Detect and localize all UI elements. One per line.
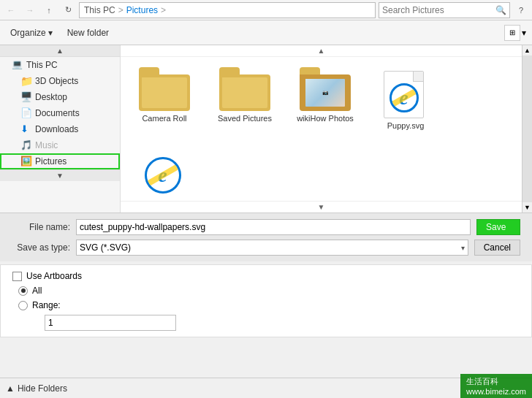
svg-file-icon-puppy: e xyxy=(384,67,428,118)
sidebar-item-music[interactable]: 🎵 Music xyxy=(0,137,120,153)
organize-label: Organize xyxy=(10,28,46,38)
savetype-value: SVG (*.SVG) xyxy=(80,242,131,253)
sidebar-item-desktop[interactable]: 🖥️ Desktop xyxy=(0,89,120,105)
filename-row: File name: Save xyxy=(12,219,520,235)
computer-icon: 💻 xyxy=(12,59,23,71)
sidebar-label-downloads: Downloads xyxy=(35,124,78,134)
all-radio-row: All xyxy=(18,286,520,296)
address-bar-row: ← → ↑ ↻ This PC > Pictures > 🔍 ? xyxy=(0,0,532,20)
file-item-camera-roll[interactable]: Camera Roll xyxy=(128,64,201,147)
search-icon: 🔍 xyxy=(495,5,506,15)
view-toggle-button[interactable]: ⊞ xyxy=(504,25,520,41)
address-path-pictures: Pictures xyxy=(126,5,158,15)
file-scroll-bottom[interactable]: ▼ xyxy=(121,201,522,213)
file-area: ▲ Camera Roll xyxy=(121,45,522,213)
options-section: Use Artboards All Range: xyxy=(0,264,532,337)
filename-label: File name: xyxy=(12,222,70,232)
address-path-pc: This PC xyxy=(84,5,115,15)
savetype-row: Save as type: SVG (*.SVG) ▾ Cancel xyxy=(12,240,520,256)
file-label-wikihow-photos: wikiHow Photos xyxy=(297,114,354,123)
documents-icon: 📄 xyxy=(20,107,32,119)
file-item-saved-pictures[interactable]: Saved Pictures xyxy=(208,64,281,147)
folder-icon: 📁 xyxy=(20,75,32,87)
file-partial-ie[interactable]: e xyxy=(128,157,201,201)
range-input[interactable] xyxy=(45,315,176,331)
scroll-down-arrow[interactable]: ▼ xyxy=(522,202,533,213)
folder-icon-wikihow: 📷 xyxy=(300,67,351,111)
nav-scroll-down[interactable]: ▼ xyxy=(0,169,120,181)
folder-icon-camera-roll xyxy=(139,67,190,111)
view-buttons: ⊞ ▾ xyxy=(504,25,526,41)
sidebar-item-thispc[interactable]: 💻 This PC xyxy=(0,57,120,73)
hide-folders-button[interactable]: ▲ Hide Folders xyxy=(6,383,67,394)
sidebar-label-3dobjects: 3D Objects xyxy=(35,76,78,86)
nav-panel: ▲ 💻 This PC 📁 3D Objects 🖥️ Desktop 📄 Do… xyxy=(0,45,121,213)
sidebar-label-documents: Documents xyxy=(35,108,80,118)
all-radio[interactable] xyxy=(18,286,28,296)
sidebar-label-thispc: This PC xyxy=(26,60,58,70)
forward-button[interactable]: → xyxy=(22,2,38,18)
scroll-track[interactable] xyxy=(522,56,532,202)
use-artboards-row: Use Artboards xyxy=(12,271,520,281)
cancel-button[interactable]: Cancel xyxy=(474,240,520,256)
range-radio[interactable] xyxy=(18,301,28,310)
search-input[interactable] xyxy=(382,5,495,15)
music-icon: 🎵 xyxy=(20,139,32,151)
range-radio-row: Range: xyxy=(18,300,520,310)
up-button[interactable]: ↑ xyxy=(41,2,57,18)
watermark-line2: www.bimeiz.com xyxy=(466,387,526,396)
sidebar-label-pictures: Pictures xyxy=(35,156,66,167)
all-radio-dot xyxy=(21,288,26,293)
ie-logo-icon: e xyxy=(390,83,419,112)
hide-folders-label: Hide Folders xyxy=(18,383,67,394)
bottom-bar: ▲ Hide Folders xyxy=(0,378,532,398)
search-bar[interactable]: 🔍 xyxy=(379,2,510,18)
sidebar-item-pictures[interactable]: 🖼️ Pictures xyxy=(0,153,120,169)
help-button[interactable]: ? xyxy=(513,2,529,18)
savetype-dropdown-arrow: ▾ xyxy=(461,244,465,252)
sidebar-item-documents[interactable]: 📄 Documents xyxy=(0,105,120,121)
folder-icon-saved-pictures xyxy=(219,67,270,111)
new-folder-button[interactable]: New folder xyxy=(63,26,113,40)
address-bar[interactable]: This PC > Pictures > xyxy=(79,2,376,18)
sidebar-label-desktop: Desktop xyxy=(35,92,67,102)
file-item-puppy-svg[interactable]: e Puppy.svg xyxy=(369,64,442,147)
main-content: ▲ 💻 This PC 📁 3D Objects 🖥️ Desktop 📄 Do… xyxy=(0,45,532,213)
files-row2: e xyxy=(121,157,522,201)
file-item-wikihow-photos[interactable]: 📷 wikiHow Photos xyxy=(289,64,362,147)
downloads-icon: ⬇ xyxy=(20,123,32,135)
desktop-icon: 🖥️ xyxy=(20,91,32,103)
pictures-icon: 🖼️ xyxy=(20,156,32,167)
savetype-select[interactable]: SVG (*.SVG) ▾ xyxy=(76,240,468,256)
use-artboards-label: Use Artboards xyxy=(26,271,82,281)
watermark-line1: 生活百科 xyxy=(466,376,526,387)
hide-arrow-icon: ▲ xyxy=(6,383,15,394)
savetype-label: Save as type: xyxy=(12,242,70,253)
organize-button[interactable]: Organize ▾ xyxy=(6,26,57,40)
new-folder-label: New folder xyxy=(67,28,109,38)
sidebar-item-3dobjects[interactable]: 📁 3D Objects xyxy=(0,73,120,89)
file-label-saved-pictures: Saved Pictures xyxy=(218,114,272,123)
all-label: All xyxy=(32,286,42,296)
file-scroll-top[interactable]: ▲ xyxy=(121,45,522,57)
nav-scroll-up[interactable]: ▲ xyxy=(0,45,120,57)
files-grid: Camera Roll Saved Pictures xyxy=(121,57,522,154)
save-button[interactable]: Save xyxy=(476,219,520,235)
organize-arrow: ▾ xyxy=(48,28,53,38)
right-scrollbar[interactable]: ▲ ▼ xyxy=(522,45,532,213)
filename-input[interactable] xyxy=(76,219,471,235)
view-arrow[interactable]: ▾ xyxy=(522,28,526,38)
file-label-puppy-svg: Puppy.svg xyxy=(387,121,425,130)
file-label-camera-roll: Camera Roll xyxy=(142,114,186,123)
save-form: File name: Save Save as type: SVG (*.SVG… xyxy=(0,213,532,261)
toolbar: Organize ▾ New folder ⊞ ▾ xyxy=(0,20,532,45)
range-label: Range: xyxy=(32,300,61,310)
sidebar-label-music: Music xyxy=(35,140,58,150)
file-area-container: ▲ Camera Roll xyxy=(121,45,532,213)
back-button[interactable]: ← xyxy=(3,2,19,18)
watermark: 生活百科 www.bimeiz.com xyxy=(460,374,532,398)
use-artboards-checkbox[interactable] xyxy=(12,272,22,281)
scroll-up-arrow[interactable]: ▲ xyxy=(522,45,533,56)
refresh-button[interactable]: ↻ xyxy=(60,2,76,18)
sidebar-item-downloads[interactable]: ⬇ Downloads xyxy=(0,121,120,137)
